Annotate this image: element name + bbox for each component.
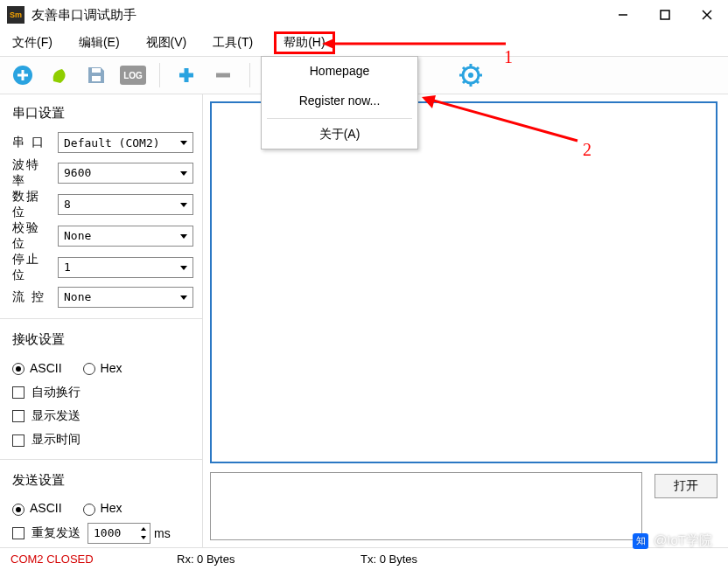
minus-icon[interactable] bbox=[209, 61, 237, 89]
recv-settings-title: 接收设置 bbox=[12, 331, 193, 348]
baud-combo[interactable]: 9600 bbox=[58, 163, 193, 184]
ms-label: ms bbox=[154, 526, 171, 540]
recv-hex-radio[interactable]: Hex bbox=[83, 361, 122, 375]
port-combo[interactable]: Default (COM2) bbox=[58, 132, 193, 153]
status-port: COM2 CLOSED bbox=[0, 553, 166, 566]
status-rx: Rx: 0 Bytes bbox=[166, 553, 350, 566]
toolbar-separator bbox=[159, 63, 160, 87]
send-textarea[interactable] bbox=[210, 472, 642, 540]
svg-line-21 bbox=[463, 80, 466, 83]
svg-point-14 bbox=[468, 73, 473, 78]
send-ascii-radio[interactable]: ASCII bbox=[12, 501, 62, 515]
show-send-check[interactable]: 显示发送 bbox=[12, 408, 80, 424]
port-label: 串 口 bbox=[12, 135, 52, 150]
zhihu-icon: 知 bbox=[633, 533, 648, 549]
help-register-item[interactable]: Register now... bbox=[299, 94, 381, 108]
leaf-icon[interactable] bbox=[46, 61, 74, 89]
svg-line-22 bbox=[476, 67, 479, 70]
menu-help[interactable]: 帮助(H) bbox=[274, 31, 334, 54]
watermark-text: @IoT学院 bbox=[654, 532, 712, 549]
menu-separator bbox=[267, 118, 412, 119]
window-title: 友善串口调试助手 bbox=[32, 7, 136, 24]
svg-line-19 bbox=[463, 67, 466, 70]
plus-icon[interactable] bbox=[172, 61, 200, 89]
send-settings-title: 发送设置 bbox=[12, 472, 193, 489]
svg-rect-8 bbox=[92, 68, 101, 73]
svg-rect-1 bbox=[661, 10, 669, 19]
flow-combo[interactable]: None bbox=[58, 287, 193, 308]
menu-edit[interactable]: 编辑(E) bbox=[74, 33, 125, 52]
title-bar: Sm 友善串口调试助手 bbox=[0, 0, 728, 30]
status-tx: Tx: 0 Bytes bbox=[350, 553, 428, 566]
flow-label: 流 控 bbox=[12, 289, 52, 305]
svg-line-20 bbox=[476, 80, 479, 83]
status-bar: COM2 CLOSED Rx: 0 Bytes Tx: 0 Bytes bbox=[0, 547, 728, 570]
receive-textarea[interactable] bbox=[210, 101, 718, 463]
log-icon[interactable]: LOG bbox=[119, 61, 147, 89]
repeat-send-check[interactable]: 重复发送 bbox=[12, 525, 80, 541]
minimize-button[interactable] bbox=[602, 0, 644, 30]
parity-combo[interactable]: None bbox=[58, 226, 193, 247]
help-about-item[interactable]: 关于(A) bbox=[262, 121, 417, 149]
databits-combo[interactable]: 8 bbox=[58, 194, 193, 215]
toolbar-separator bbox=[249, 63, 250, 87]
parity-label: 校验位 bbox=[12, 220, 52, 252]
gear-icon[interactable] bbox=[457, 61, 485, 89]
new-icon[interactable] bbox=[9, 61, 37, 89]
app-icon: Sm bbox=[7, 6, 24, 24]
baud-label: 波特率 bbox=[12, 157, 52, 189]
auto-wrap-check[interactable]: 自动换行 bbox=[12, 385, 80, 400]
left-panel: 串口设置 串 口Default (COM2) 波特率9600 数据位8 校验位N… bbox=[0, 94, 203, 547]
help-dropdown: Homepage Register now... 关于(A) bbox=[261, 56, 418, 149]
stopbits-label: 停止位 bbox=[12, 252, 52, 283]
show-time-check[interactable]: 显示时间 bbox=[12, 432, 80, 448]
stopbits-combo[interactable]: 1 bbox=[58, 257, 193, 278]
repeat-interval-spin[interactable]: 1000 bbox=[88, 523, 150, 544]
send-hex-radio[interactable]: Hex bbox=[83, 501, 122, 515]
menu-file[interactable]: 文件(F) bbox=[7, 33, 58, 52]
save-icon[interactable] bbox=[82, 61, 110, 89]
svg-rect-7 bbox=[92, 76, 101, 81]
menu-view[interactable]: 视图(V) bbox=[141, 33, 192, 52]
serial-settings-title: 串口设置 bbox=[12, 105, 193, 122]
right-panel: 打开 bbox=[203, 94, 728, 547]
help-homepage-item[interactable]: Homepage bbox=[262, 57, 417, 85]
databits-label: 数据位 bbox=[12, 189, 52, 220]
menu-tools[interactable]: 工具(T) bbox=[207, 33, 258, 52]
menu-bar: 文件(F) 编辑(E) 视图(V) 工具(T) 帮助(H) bbox=[0, 30, 728, 56]
open-button[interactable]: 打开 bbox=[654, 474, 718, 498]
recv-ascii-radio[interactable]: ASCII bbox=[12, 361, 62, 375]
watermark: 知 @IoT学院 bbox=[633, 532, 712, 549]
maximize-button[interactable] bbox=[644, 0, 686, 30]
close-button[interactable] bbox=[686, 0, 728, 30]
